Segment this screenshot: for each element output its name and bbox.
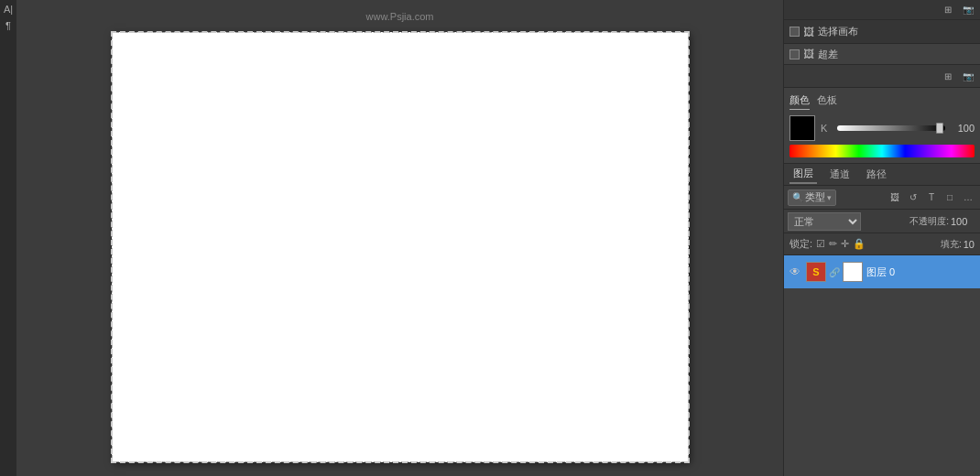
k-slider-thumb[interactable]: [936, 123, 943, 134]
filter-icon-extra[interactable]: …: [960, 189, 976, 206]
blend-mode-select[interactable]: 正常: [788, 212, 861, 231]
color-section: 颜色 色板 K 100: [784, 88, 980, 164]
canvas-white[interactable]: [112, 32, 689, 462]
blend-row: 正常 不透明度: 100: [784, 210, 980, 233]
left-tool-strip: A| ¶: [0, 0, 16, 476]
sublayer-label: 超差: [818, 48, 838, 61]
color-k-row: K 100: [821, 123, 975, 134]
layers-filter-row: 🔍 类型 ▾ 🖼 ↺ T □ …: [784, 186, 980, 210]
checkbox-1[interactable]: [789, 27, 800, 37]
k-slider[interactable]: [837, 125, 945, 131]
panel-top-icons: ⊞ 📷: [784, 0, 980, 20]
camera-icon[interactable]: 📷: [960, 2, 976, 18]
canvas-area: www.Psjia.com: [16, 0, 783, 476]
layer-visibility-icon[interactable]: 👁: [788, 265, 802, 279]
filter-icon-refresh[interactable]: ↺: [905, 189, 921, 206]
action-icon-1[interactable]: ⊞: [940, 68, 956, 84]
layer-name: 图层 0: [866, 265, 976, 279]
filter-dropdown-icon[interactable]: ▾: [827, 193, 832, 202]
lock-row: 锁定: ☑ ✏ ✛ 🔒 填充: 10: [784, 233, 980, 255]
fill-label: 填充:: [941, 238, 962, 251]
k-value: 100: [949, 123, 975, 134]
filter-search[interactable]: 🔍 类型 ▾: [788, 189, 836, 206]
layer-icon-2: 🖼: [803, 48, 814, 60]
black-swatch[interactable]: [789, 115, 815, 141]
filter-icon-shape[interactable]: □: [942, 189, 958, 206]
filter-icon-text[interactable]: T: [923, 189, 940, 206]
layer-link-icon[interactable]: 🔗: [830, 267, 839, 277]
color-tabs: 颜色 色板: [789, 93, 975, 110]
tab-paths[interactable]: 路径: [863, 166, 890, 183]
k-label: K: [821, 123, 833, 134]
filter-icons-group: 🖼 ↺ T □ …: [887, 189, 976, 206]
select-canvas-label: 选择画布: [818, 25, 858, 38]
rainbow-bar[interactable]: [789, 145, 975, 157]
opacity-label: 不透明度:: [909, 215, 949, 228]
type-tool-icon[interactable]: A|: [4, 4, 13, 15]
right-panel: ⊞ 📷 🖼 选择画布 🖼 超差 ⊞ 📷 颜色 色板 K 100: [783, 0, 980, 476]
layer-item-row[interactable]: 👁 S 🔗 图层 0: [784, 255, 980, 288]
sublayer-row: 🖼 超差: [784, 44, 980, 64]
layers-tab-row: 图层 通道 路径: [784, 164, 980, 186]
watermark-text: www.Psjia.com: [366, 11, 434, 22]
opacity-value: 100: [951, 216, 976, 227]
action-icons-row: ⊞ 📷: [784, 64, 980, 88]
layer-thumb-white: [843, 262, 863, 282]
tab-layers[interactable]: 图层: [789, 165, 817, 184]
layers-title-row: 🖼 选择画布: [784, 20, 980, 44]
lock-icon-lock[interactable]: 🔒: [853, 238, 866, 250]
checkbox-2[interactable]: [789, 49, 800, 60]
layers-panel: 图层 通道 路径 🔍 类型 ▾ 🖼 ↺ T □ … 正常: [784, 164, 980, 476]
canvas-document: [112, 32, 689, 462]
color-swatch-row: K 100: [789, 115, 975, 141]
action-icon-2[interactable]: 📷: [960, 68, 976, 84]
lock-label: 锁定:: [789, 237, 812, 251]
tab-color[interactable]: 颜色: [789, 93, 810, 110]
filter-type-label: 类型: [805, 190, 825, 204]
lock-icons: ☑ ✏ ✛ 🔒: [816, 238, 866, 250]
fill-row: 填充: 10: [941, 238, 975, 251]
layer-thumb-s: S: [806, 262, 826, 282]
new-layer-icon[interactable]: ⊞: [940, 2, 956, 18]
search-icon: 🔍: [792, 192, 803, 202]
lock-icon-move[interactable]: ✛: [841, 238, 849, 250]
fill-value: 10: [964, 239, 975, 250]
layer-icon-1: 🖼: [803, 26, 814, 38]
tab-swatches[interactable]: 色板: [817, 93, 837, 110]
paragraph-icon[interactable]: ¶: [5, 20, 11, 31]
tab-channels[interactable]: 通道: [826, 166, 854, 183]
lock-icon-brush[interactable]: ✏: [829, 238, 837, 250]
filter-icon-image[interactable]: 🖼: [887, 189, 903, 206]
lock-icon-check[interactable]: ☑: [816, 238, 825, 250]
opacity-row: 不透明度: 100: [909, 215, 976, 228]
